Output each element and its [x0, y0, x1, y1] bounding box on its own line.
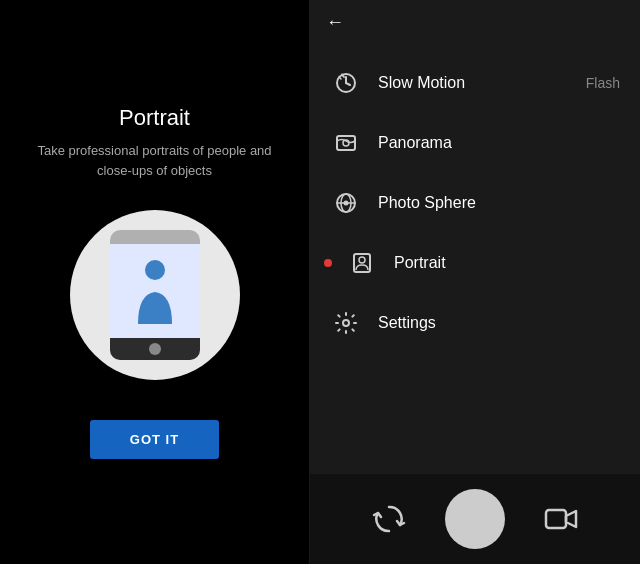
video-button[interactable]: [539, 497, 583, 541]
panorama-icon: [330, 127, 362, 159]
portrait-title: Portrait: [119, 105, 190, 131]
menu-item-settings[interactable]: Settings: [310, 293, 640, 353]
got-it-button[interactable]: GOT IT: [90, 420, 219, 459]
portrait-menu-icon: [346, 247, 378, 279]
svg-point-7: [344, 201, 349, 206]
settings-label: Settings: [378, 314, 620, 332]
svg-point-9: [359, 257, 365, 263]
menu-item-panorama[interactable]: Panorama: [310, 113, 640, 173]
menu-item-slow-motion[interactable]: Slow Motion Flash: [310, 53, 640, 113]
svg-rect-2: [337, 136, 355, 150]
menu-item-photo-sphere[interactable]: Photo Sphere: [310, 173, 640, 233]
svg-point-10: [343, 320, 349, 326]
slow-motion-sublabel: Flash: [586, 75, 620, 91]
slow-motion-label: Slow Motion: [378, 74, 586, 92]
bottom-controls: [310, 474, 640, 564]
portrait-description: Take professional portraits of people an…: [20, 141, 289, 180]
panorama-label: Panorama: [378, 134, 620, 152]
phone-bottom-bar: [110, 338, 200, 360]
photo-sphere-label: Photo Sphere: [378, 194, 620, 212]
svg-rect-11: [546, 510, 566, 528]
rotate-camera-button[interactable]: [367, 497, 411, 541]
slow-motion-icon: [330, 67, 362, 99]
menu-item-portrait[interactable]: Portrait: [310, 233, 640, 293]
phone-screen: [110, 244, 200, 338]
portrait-menu-label: Portrait: [394, 254, 620, 272]
settings-icon: [330, 307, 362, 339]
right-header: ←: [310, 0, 640, 45]
photo-sphere-icon: [330, 187, 362, 219]
portrait-illustration: [70, 210, 240, 380]
back-arrow-icon[interactable]: ←: [326, 12, 344, 33]
phone-top-bar: [110, 230, 200, 244]
active-dot: [324, 259, 332, 267]
svg-point-0: [145, 260, 165, 280]
phone-frame: [110, 230, 200, 360]
right-panel: ← Slow Motion Flash: [310, 0, 640, 564]
menu-list: Slow Motion Flash Panorama: [310, 45, 640, 474]
shutter-button[interactable]: [445, 489, 505, 549]
person-silhouette: [130, 254, 180, 329]
shutter-dot: [149, 343, 161, 355]
left-panel: Portrait Take professional portraits of …: [0, 0, 310, 564]
